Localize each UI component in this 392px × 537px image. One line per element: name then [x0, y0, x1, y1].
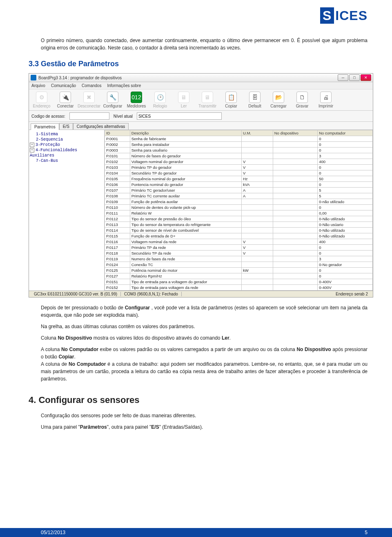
- parameter-grid[interactable]: IDDescriçãoU.M.No dispositivoNo computad…: [105, 130, 373, 291]
- cell: [273, 170, 318, 176]
- menu-item[interactable]: Arquivo: [31, 83, 45, 88]
- maximize-button[interactable]: □: [349, 74, 360, 81]
- minimize-button[interactable]: ─: [338, 74, 348, 81]
- status-mid: COM3 (9600,8,N,1): Fechado: [121, 292, 182, 296]
- tab-1[interactable]: E/S: [59, 123, 73, 130]
- cell: [241, 285, 273, 291]
- cell: Tipo do sensor de pressão do óleo: [130, 216, 241, 222]
- table-row[interactable]: P.0118Secundário TP da redeV0: [105, 251, 373, 256]
- cell: P.0111: [105, 210, 130, 216]
- level-value[interactable]: [137, 112, 222, 120]
- table-row[interactable]: P.0152Tipo de entrada para voltagem da r…: [105, 285, 373, 291]
- tab-2[interactable]: Configurações alternativas: [73, 123, 129, 130]
- cell: Primário TP do gerador: [130, 165, 241, 170]
- tree-node[interactable]: 4-Funcionalidades Auxiliares: [30, 148, 103, 158]
- cell: [273, 136, 318, 142]
- copiar-icon: 📋: [225, 92, 237, 103]
- cell: Função de entrada de D+: [130, 233, 241, 239]
- table-row[interactable]: P.0114Tipo de sensor de nível de combust…: [105, 228, 373, 233]
- table-row[interactable]: P.0113Tipo do sensor da temperatura do r…: [105, 222, 373, 228]
- toolbar-copiar[interactable]: 📋Copiar: [219, 91, 243, 109]
- table-row[interactable]: P.0117Primário TP da redeV0: [105, 245, 373, 251]
- cell: 3: [318, 256, 373, 262]
- cell: [241, 273, 273, 279]
- cell: Função de potência auxilar: [130, 199, 241, 205]
- table-row[interactable]: P.0107Primário TC gerador/userA5: [105, 188, 373, 193]
- titlebar[interactable]: BoardPrg3 3.14 : programador de disposit…: [29, 74, 373, 82]
- cell: Relatório Rpm/Hz: [130, 273, 241, 279]
- table-row[interactable]: P.0109Função de potência auxilar0-não ut…: [105, 199, 373, 205]
- toolbar-label: Conectar: [57, 104, 74, 108]
- toolbar-gravar[interactable]: 🗋Gravar: [290, 91, 314, 109]
- toolbar-desconectar: ✖Desconectar: [77, 91, 101, 109]
- toolbar-carregar[interactable]: 📂Carregar: [267, 91, 290, 109]
- paragraph: Coluna No Dispositivo mostra os valores …: [41, 334, 368, 342]
- menu-item[interactable]: Comandos: [82, 83, 101, 88]
- table-row[interactable]: P.0001Senha de fabricante0: [105, 136, 373, 142]
- cell: Senha de fabricante: [130, 136, 241, 142]
- paragraph: A coluna No Computador exibe os valores …: [41, 346, 368, 383]
- column-header[interactable]: U.M.: [241, 130, 273, 136]
- table-row[interactable]: P.0124Conexão TC0-No gerador: [105, 262, 373, 268]
- table-row[interactable]: P.0115Função de entrada de D+0-Não utili…: [105, 233, 373, 239]
- cell: Relatório W: [130, 210, 241, 216]
- logo: SICES: [320, 8, 368, 23]
- table-row[interactable]: P.0003Senha para usuêario0: [105, 148, 373, 153]
- tree-view[interactable]: 1-Sistema2-Sequencia3-Proteção4-Funciona…: [29, 130, 105, 291]
- app-icon: [31, 75, 36, 81]
- cell: P.0151: [105, 279, 130, 285]
- toolbar-conectar[interactable]: 🔌Conectar: [53, 91, 77, 109]
- cell: P.0003: [105, 148, 130, 153]
- table-row[interactable]: P.0119Numero de fases da rede3: [105, 256, 373, 262]
- toolbar-label: Carregar: [270, 104, 286, 108]
- toolbar-default[interactable]: 🗄Default: [243, 91, 267, 109]
- table-row[interactable]: P.0104Secundário TP do geradorV0: [105, 170, 373, 176]
- column-header[interactable]: ID: [105, 130, 130, 136]
- cell: Voltagem nominal da rede: [130, 239, 241, 245]
- table-row[interactable]: P.0002Senha para instalador0: [105, 142, 373, 148]
- table-row[interactable]: P.0112Tipo do sensor de pressão do óleo0…: [105, 216, 373, 222]
- paragraph: Uma para painel "Parâmetros", outra para…: [41, 423, 368, 431]
- table-row[interactable]: P.0108Primário TC corrente auxilarA5: [105, 193, 373, 199]
- table-row[interactable]: P.0127Relatório Rpm/Hz0: [105, 273, 373, 279]
- tree-node[interactable]: 7-Can-Bus: [30, 158, 103, 163]
- cell: 0: [318, 148, 373, 153]
- close-button[interactable]: ✕: [361, 74, 371, 81]
- table-row[interactable]: P.0110Número de dentes do volante pick-u…: [105, 205, 373, 210]
- table-row[interactable]: P.0101Número de fases do gerador3: [105, 153, 373, 159]
- cell: Tipo de entrada para voltagem da rede: [130, 285, 241, 291]
- tree-node[interactable]: 3-Proteção: [30, 142, 103, 148]
- cell: 0: [318, 136, 373, 142]
- menu-item[interactable]: Comunicação: [51, 83, 76, 88]
- cell: [273, 205, 318, 210]
- table-row[interactable]: P.0102Voltagem nominal do gerardorV400: [105, 159, 373, 165]
- menu-item[interactable]: Informações sobre: [107, 83, 141, 88]
- table-row[interactable]: P.0105Frequência nominal do geradorHz50: [105, 176, 373, 182]
- access-input[interactable]: [69, 112, 109, 120]
- table-row[interactable]: P.0125Potência nominal do motorkW0: [105, 268, 373, 273]
- tree-node[interactable]: 1-Sistema: [30, 132, 103, 137]
- cell: 0: [318, 273, 373, 279]
- carregar-icon: 📂: [273, 92, 284, 103]
- toolbar-label: Desconectar: [78, 104, 100, 108]
- column-header[interactable]: Descrição: [130, 130, 241, 136]
- tab-0[interactable]: Parametros: [31, 123, 59, 130]
- toolbar-relogio: 🕑Relogio: [148, 91, 172, 109]
- cell: [241, 205, 273, 210]
- toolbar-imprimir[interactable]: 🖨Imprimir: [314, 91, 338, 109]
- cell: Primário TP da rede: [130, 245, 241, 251]
- table-row[interactable]: P.0151Tipo de entrada para a voltagem do…: [105, 279, 373, 285]
- column-header[interactable]: No dispositivo: [273, 130, 318, 136]
- cell: 400: [318, 159, 373, 165]
- cell: [273, 159, 318, 165]
- table-row[interactable]: P.0103Primário TP do geradorV0: [105, 165, 373, 170]
- table-row[interactable]: P.0106Pontencia nominal do geradorkVA0: [105, 182, 373, 188]
- column-header[interactable]: No computador: [318, 130, 373, 136]
- cell: 5: [318, 193, 373, 199]
- table-row[interactable]: P.0116Voltagem nominal da redeV400: [105, 239, 373, 245]
- toolbar-configurar[interactable]: 🔧Configurar: [101, 91, 125, 109]
- tree-node[interactable]: 2-Sequencia: [30, 137, 103, 142]
- toolbar-medidores[interactable]: 012Medidores: [125, 91, 148, 109]
- cell: Secundário TP da rede: [130, 251, 241, 256]
- table-row[interactable]: P.0111Relatório W0,00: [105, 210, 373, 216]
